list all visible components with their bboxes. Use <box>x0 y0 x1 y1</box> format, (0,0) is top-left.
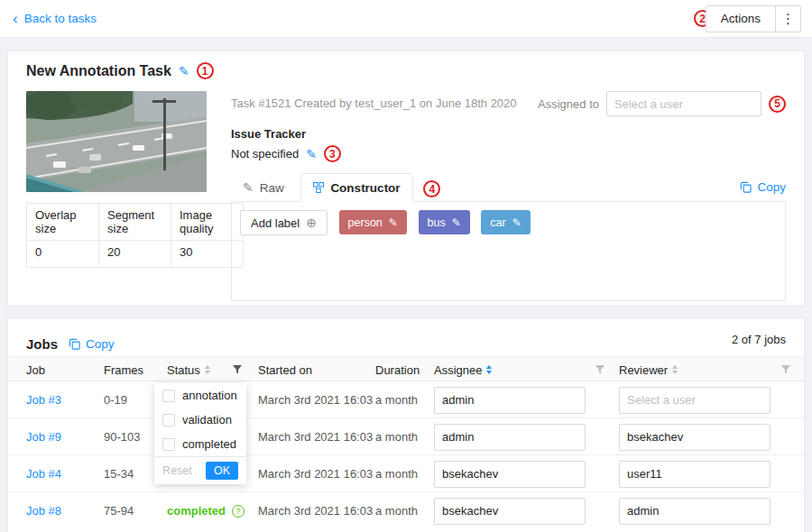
task-preview-image <box>26 91 207 192</box>
assignee-filter-icon[interactable] <box>595 357 605 382</box>
param-header-overlap: Overlap size <box>27 204 99 241</box>
constructor-icon <box>313 182 324 193</box>
duration-value: a month <box>375 381 418 418</box>
filter-reset-button[interactable]: Reset <box>162 464 192 477</box>
label-tag-car[interactable]: car ✎ <box>481 210 530 234</box>
label-tag-bus[interactable]: bus ✎ <box>419 210 470 234</box>
task-details-card: New Annotation Task ✎ 1 <box>7 50 805 307</box>
reviewer-filter-icon[interactable] <box>780 357 791 382</box>
labels-constructor-area: Add label ⊕ person ✎ bus ✎ car ✎ <box>231 202 786 301</box>
annotation-badge-1: 1 <box>197 62 214 79</box>
frames-value: 90-103 <box>104 418 140 455</box>
jobs-title: Jobs <box>26 336 58 352</box>
assignee-input[interactable] <box>434 387 586 414</box>
task-meta: Task #1521 Created by test_user_1 on Jun… <box>231 96 517 110</box>
job-row-4: Job #4 15-34 March 3rd 2021 16:03 a mont… <box>8 455 804 492</box>
tab-constructor[interactable]: Constructor <box>300 173 412 202</box>
reviewer-input[interactable] <box>619 461 770 488</box>
label-bus-name: bus <box>428 216 446 229</box>
raw-edit-icon: ✎ <box>243 180 254 195</box>
edit-title-icon[interactable]: ✎ <box>179 64 189 78</box>
jobs-header: Jobs Copy <box>26 329 115 358</box>
task-params-table: Overlap size Segment size Image quality … <box>26 203 244 268</box>
filter-option-completed[interactable]: completed <box>154 432 246 456</box>
edit-label-person-icon[interactable]: ✎ <box>389 216 398 229</box>
reviewer-input[interactable] <box>619 424 770 451</box>
status-value: completed <box>167 504 226 518</box>
annotation-badge-5: 5 <box>769 96 786 113</box>
top-bar: ‹Back to tasks 2 Actions ⋮ <box>0 0 812 38</box>
job-8-link[interactable]: Job #8 <box>26 504 61 518</box>
label-tag-person[interactable]: person ✎ <box>339 210 407 234</box>
status-sort-icon[interactable] <box>205 365 210 374</box>
more-menu-icon[interactable]: ⋮ <box>775 6 800 32</box>
status-filter-icon[interactable] <box>232 357 243 382</box>
copy-jobs-link[interactable]: Copy <box>69 329 115 358</box>
started-value: March 3rd 2021 16:03 <box>258 381 373 418</box>
add-label-button[interactable]: Add label ⊕ <box>240 210 328 235</box>
assignee-input[interactable] <box>434 498 586 525</box>
assigned-to-group: Assigned to 5 <box>538 91 786 116</box>
filter-option-completed-label: completed <box>182 437 236 451</box>
job-9-link[interactable]: Job #9 <box>26 430 61 444</box>
job-row-9: Job #9 90-103 March 3rd 2021 16:03 a mon… <box>8 418 804 455</box>
back-to-tasks-link[interactable]: ‹Back to tasks <box>13 0 97 38</box>
col-assignee[interactable]: Assignee <box>434 357 492 382</box>
chevron-left-icon: ‹ <box>13 10 18 27</box>
question-circle-icon[interactable]: ? <box>232 505 245 518</box>
col-reviewer[interactable]: Reviewer <box>619 357 678 382</box>
col-started[interactable]: Started on <box>258 357 312 382</box>
add-label-text: Add label <box>251 216 300 230</box>
issue-tracker-row: Not specified ✎ 3 <box>231 145 341 162</box>
assignee-input[interactable] <box>434 424 586 451</box>
edit-label-car-icon[interactable]: ✎ <box>512 216 521 229</box>
assignee-input[interactable] <box>434 461 586 488</box>
issue-tracker-label: Issue Tracker <box>231 127 306 141</box>
label-person-name: person <box>348 216 383 229</box>
reviewer-sort-icon[interactable] <box>672 365 678 374</box>
param-value-overlap: 0 <box>27 241 99 268</box>
col-status[interactable]: Status <box>167 357 210 382</box>
filter-option-annotation[interactable]: annotation <box>154 383 246 408</box>
reviewer-input[interactable] <box>619 387 770 414</box>
label-car-name: car <box>490 216 505 229</box>
actions-button-group: Actions ⋮ <box>706 5 801 32</box>
labels-tabs: ✎ Raw Constructor 4 Copy <box>231 172 786 202</box>
reviewer-input[interactable] <box>619 498 770 525</box>
tab-raw[interactable]: ✎ Raw <box>231 173 296 202</box>
checkbox-validation[interactable] <box>162 414 175 427</box>
filter-ok-button[interactable]: OK <box>206 462 238 480</box>
frames-value: 15-34 <box>104 455 134 492</box>
checkbox-completed[interactable] <box>162 438 175 451</box>
job-3-link[interactable]: Job #3 <box>26 393 61 407</box>
col-duration[interactable]: Duration <box>375 357 420 382</box>
started-value: March 3rd 2021 16:03 <box>258 492 373 529</box>
edit-label-bus-icon[interactable]: ✎ <box>452 216 461 229</box>
filter-dropdown-footer: Reset OK <box>154 456 246 484</box>
edit-issue-tracker-icon[interactable]: ✎ <box>306 147 317 161</box>
task-title-row: New Annotation Task ✎ 1 <box>26 62 214 79</box>
job-4-link[interactable]: Job #4 <box>26 467 61 481</box>
filter-option-validation[interactable]: validation <box>154 408 246 432</box>
started-value: March 3rd 2021 16:03 <box>258 455 373 492</box>
tab-raw-label: Raw <box>260 181 284 195</box>
status-filter-dropdown: annotation validation completed Reset OK <box>154 383 246 484</box>
jobs-card: Jobs Copy 2 of 7 jobs Job Frames Status … <box>7 317 805 532</box>
copy-icon <box>740 181 752 193</box>
copy-labels-link[interactable]: Copy <box>740 172 786 201</box>
task-info-panel: Task #1521 Created by test_user_1 on Jun… <box>231 91 786 294</box>
frames-value: 75-94 <box>104 492 134 529</box>
param-header-segment: Segment size <box>99 204 171 241</box>
assignee-sort-icon[interactable] <box>486 365 492 374</box>
annotation-badge-4: 4 <box>423 180 440 197</box>
task-title: New Annotation Task <box>26 63 171 79</box>
annotation-badge-3: 3 <box>324 145 341 162</box>
duration-value: a month <box>375 455 418 492</box>
frames-value: 0-19 <box>104 381 127 418</box>
col-job[interactable]: Job <box>26 357 45 382</box>
plus-circle-icon: ⊕ <box>306 216 317 230</box>
actions-button[interactable]: Actions <box>706 6 775 32</box>
col-frames[interactable]: Frames <box>104 357 143 382</box>
checkbox-annotation[interactable] <box>162 390 175 402</box>
assigned-to-input[interactable] <box>606 91 761 116</box>
